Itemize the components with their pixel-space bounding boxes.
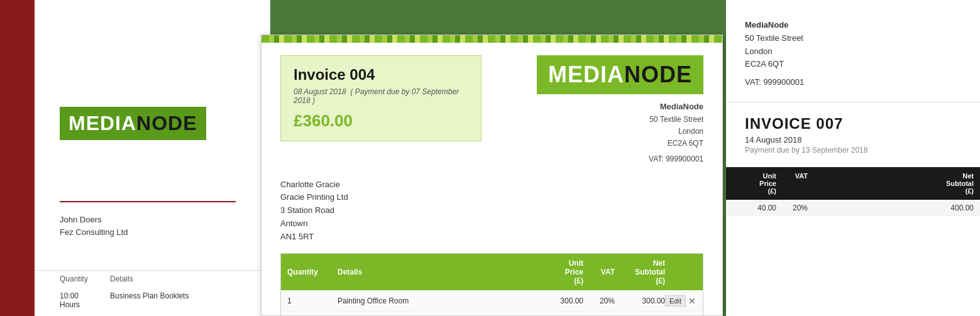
invoice-row: 1 Painting Office Room 300.00 20% 300.00… — [281, 290, 703, 312]
left-td-quantity: 10:00 Hours — [60, 291, 110, 309]
td-vat: 20% — [583, 297, 615, 305]
right-th-unit-price: UnitPrice(£) — [732, 172, 776, 195]
td-actions: Edit ✕ — [665, 295, 696, 307]
company-info-right: MEDIANODE MediaNode 50 Textile Street Lo… — [537, 55, 703, 166]
center-logo: MEDIANODE — [537, 55, 703, 94]
left-logo-text: MEDIANODE — [69, 112, 197, 134]
left-table-row: 10:00 Hours Business Plan Booklets — [35, 289, 270, 312]
th-vat: VAT — [583, 268, 615, 276]
center-top-bar — [262, 35, 722, 43]
left-sidebar — [0, 0, 35, 316]
invoice-number: Invoice 004 — [294, 66, 468, 84]
client-address2: Antown — [280, 217, 703, 231]
left-th-details: Details — [110, 275, 133, 283]
client-address1: 3 Station Road — [280, 204, 703, 217]
right-payment-due: Payment due by 13 September 2018 — [745, 146, 961, 155]
left-divider — [60, 201, 236, 202]
client-company: Gracie Printing Ltd — [280, 191, 703, 204]
right-th-vat: VAT — [776, 172, 808, 195]
invoice-amount: £360.00 — [294, 111, 353, 130]
right-invoice: MediaNode 50 Textile Street London EC2A … — [726, 0, 980, 316]
invoice-summary-box: Invoice 004 08 August 2018 ( Payment due… — [280, 55, 482, 141]
right-company-name: MediaNode — [745, 19, 961, 32]
th-details: Details — [338, 268, 539, 276]
td-details: Painting Office Room — [338, 297, 539, 305]
invoice-table-header: Quantity Details UnitPrice(£) VAT NetSub… — [281, 254, 703, 290]
totals-section: Net Total 300.00 VAT 60.00 GBP Total £36… — [281, 312, 703, 316]
td-net-subtotal: 300.00 — [615, 297, 665, 305]
left-invoice-card: MEDIANODE John Doers Fez Consulting Ltd … — [35, 0, 270, 316]
client-name: Charlotte Gracie — [280, 178, 703, 192]
td-quantity: 1 — [287, 297, 338, 305]
invoice-table: Quantity Details UnitPrice(£) VAT NetSub… — [280, 253, 703, 316]
th-unit-price: UnitPrice(£) — [539, 259, 583, 285]
left-table-header: Quantity Details — [35, 270, 270, 287]
right-invoice-title: INVOICE 007 14 August 2018 Payment due b… — [726, 102, 980, 167]
th-net-subtotal: NetSubtotal(£) — [615, 259, 665, 285]
right-td-unit-price: 40.00 — [732, 204, 776, 212]
left-td-details: Business Plan Booklets — [110, 291, 189, 309]
center-header: Invoice 004 08 August 2018 ( Payment due… — [262, 43, 722, 178]
right-invoice-date: 14 August 2018 — [745, 135, 961, 144]
left-client-info: John Doers Fez Consulting Ltd — [60, 214, 128, 238]
company-name: MediaNode — [537, 101, 703, 114]
edit-button[interactable]: Edit — [665, 295, 686, 307]
company-vat: VAT: 999900001 — [537, 153, 703, 165]
td-unit-price: 300.00 — [539, 297, 583, 305]
right-td-vat: 20% — [776, 204, 808, 212]
right-company-address1: 50 Textile Street — [745, 32, 961, 45]
right-company-info: MediaNode 50 Textile Street London EC2A … — [726, 0, 980, 102]
right-th-net-subtotal: NetSubtotal(£) — [917, 172, 974, 195]
company-address2: London — [537, 126, 703, 138]
left-logo: MEDIANODE — [60, 107, 236, 140]
right-data-row: 40.00 20% 400.00 — [726, 200, 980, 216]
th-quantity: Quantity — [287, 268, 338, 276]
client-address: Charlotte Gracie Gracie Printing Ltd 3 S… — [262, 178, 722, 253]
right-company-address2: London — [745, 45, 961, 58]
company-postcode: EC2A 6QT — [537, 138, 703, 150]
delete-button[interactable]: ✕ — [688, 296, 696, 306]
right-company-postcode: EC2A 6QT — [745, 58, 961, 71]
invoice-date-info: 08 August 2018 ( Payment due by 07 Septe… — [294, 87, 468, 105]
right-company-vat: VAT: 999900001 — [745, 76, 961, 89]
right-td-net-subtotal: 400.00 — [917, 204, 974, 212]
left-client-name: John Doers — [60, 214, 128, 226]
center-invoice: Invoice 004 08 August 2018 ( Payment due… — [261, 35, 723, 316]
company-address1: 50 Textile Street — [537, 114, 703, 126]
client-postcode: AN1 5RT — [280, 231, 703, 244]
right-table-header: UnitPrice(£) VAT NetSubtotal(£) — [726, 167, 980, 200]
right-invoice-number: INVOICE 007 — [745, 115, 961, 133]
left-client-company: Fez Consulting Ltd — [60, 226, 128, 239]
left-th-quantity: Quantity — [60, 275, 110, 283]
